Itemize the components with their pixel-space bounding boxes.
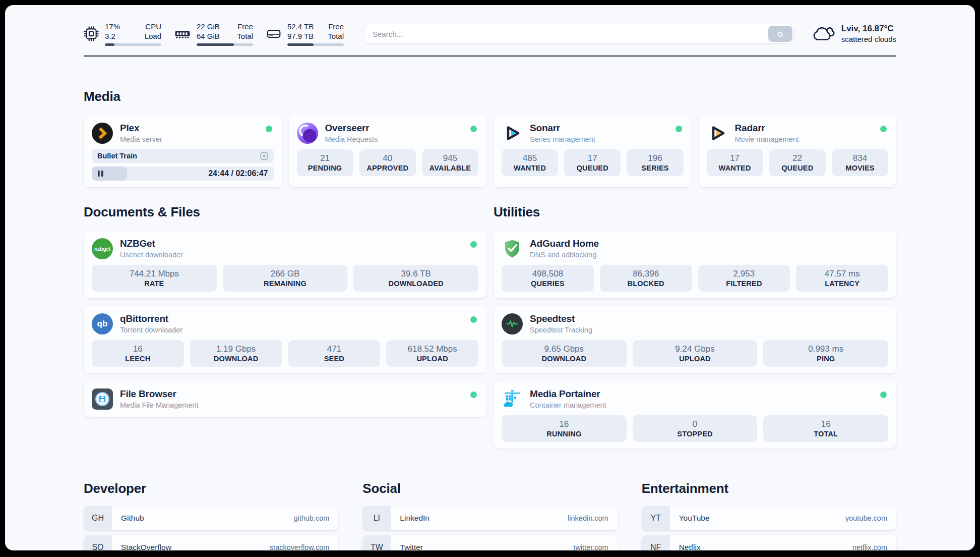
bookmark-url: netflix.com bbox=[852, 543, 896, 550]
app-desc: Torrent downloader bbox=[120, 325, 182, 335]
weather-condition: scattered clouds bbox=[841, 34, 896, 44]
stat-box: 86,396BLOCKED bbox=[600, 265, 692, 292]
ram-free-label: Free bbox=[237, 22, 253, 31]
app-desc: Series management bbox=[530, 135, 595, 144]
bookmark-label: LinkedIn bbox=[400, 514, 430, 523]
stat-value: 16 bbox=[94, 344, 182, 354]
stat-label: WANTED bbox=[709, 163, 761, 173]
app-card-portainer[interactable]: Media Portainer Container management 16R… bbox=[494, 381, 896, 449]
stat-value: 744.21 Mbps bbox=[94, 268, 215, 279]
stat-label: RUNNING bbox=[504, 429, 625, 439]
pause-button[interactable] bbox=[97, 170, 104, 177]
stat-label: LATENCY bbox=[798, 279, 886, 289]
stat-box: 22QUEUED bbox=[769, 149, 826, 176]
seek-bar[interactable]: 24:44 / 02:06:47 bbox=[92, 166, 274, 181]
section-title-developer: Developer bbox=[84, 481, 338, 496]
disk-total-label: Total bbox=[328, 31, 344, 41]
bookmark-row-linkedin[interactable]: LI LinkedIn linkedin.com bbox=[362, 506, 617, 530]
stat-box: 834MOVIES bbox=[832, 149, 888, 176]
bookmark-row-twitter[interactable]: TW Twitter twitter.com bbox=[362, 535, 617, 550]
section-title-social: Social bbox=[362, 481, 617, 496]
header-bar: 17%CPU 3.2Load bbox=[84, 5, 896, 46]
stat-label: QUEUED bbox=[566, 163, 619, 173]
weather-widget: Lviv, 16.87°C scattered clouds bbox=[812, 23, 896, 44]
stat-box: 39.6 TBDOWNLOADED bbox=[353, 265, 478, 292]
stat-label: UPLOAD bbox=[635, 354, 756, 364]
stat-value: 0 bbox=[635, 419, 756, 429]
app-card-adguard[interactable]: AdGuard Home DNS and adblocking 498,508Q… bbox=[494, 231, 896, 298]
stat-label: QUEUED bbox=[771, 163, 824, 173]
dashboard-page: 17%CPU 3.2Load bbox=[5, 5, 975, 550]
bookmark-url: youtube.com bbox=[845, 514, 896, 522]
stat-value: 471 bbox=[290, 344, 379, 354]
stat-box: 945AVAILABLE bbox=[422, 149, 478, 176]
app-card-speedtest[interactable]: Speedtest Speedtest Tracking 9.65 GbpsDO… bbox=[494, 306, 896, 373]
bookmark-row-youtube[interactable]: YT YouTube youtube.com bbox=[642, 506, 896, 530]
stop-button[interactable] bbox=[259, 151, 269, 161]
app-name: Sonarr bbox=[530, 122, 595, 134]
stat-value: 9.24 Gbps bbox=[635, 344, 756, 354]
search-provider-button[interactable]: G bbox=[768, 26, 792, 42]
adguard-icon bbox=[502, 238, 523, 259]
bookmark-abbr: GH bbox=[84, 506, 112, 530]
bookmark-abbr: LI bbox=[362, 506, 391, 530]
app-name: Media Portainer bbox=[530, 388, 606, 400]
stat-label: DOWNLOAD bbox=[504, 354, 625, 364]
app-desc: DNS and adblocking bbox=[530, 250, 599, 260]
disk-icon bbox=[266, 26, 281, 41]
now-playing-row: Bullet Train bbox=[92, 149, 274, 163]
ram-total-value: 64 GiB bbox=[197, 31, 220, 41]
stat-label: WANTED bbox=[504, 163, 556, 173]
stat-box: 40APPROVED bbox=[359, 149, 416, 176]
stat-label: SEED bbox=[290, 354, 379, 364]
app-card-nzbget[interactable]: nzbget NZBGet Usenet downloader 744.21 M… bbox=[84, 231, 486, 298]
stat-box: 16TOTAL bbox=[763, 415, 888, 442]
bookmark-label: Twitter bbox=[400, 543, 423, 550]
stat-box: 0STOPPED bbox=[633, 415, 758, 442]
qbittorrent-icon: qb bbox=[92, 313, 113, 335]
online-status-dot bbox=[880, 126, 887, 132]
stat-box: 9.65 GbpsDOWNLOAD bbox=[502, 340, 627, 367]
stat-box: 21PENDING bbox=[297, 149, 353, 176]
bookmark-row-stackoverflow[interactable]: SO StackOverflow stackoverflow.com bbox=[84, 535, 338, 550]
app-card-radarr[interactable]: Radarr Movie management 17WANTED 22QUEUE… bbox=[699, 115, 897, 187]
online-status-dot bbox=[880, 392, 887, 398]
section-title-utilities: Utilities bbox=[494, 204, 896, 220]
stat-value: 618.52 Mbps bbox=[388, 344, 476, 354]
stat-value: 21 bbox=[299, 153, 351, 163]
stat-value: 17 bbox=[709, 153, 761, 163]
stat-value: 498,508 bbox=[504, 268, 592, 279]
stat-label: LEECH bbox=[94, 354, 182, 364]
stat-label: RATE bbox=[94, 279, 215, 289]
app-desc: Media Requests bbox=[325, 135, 378, 144]
stat-box: 196SERIES bbox=[627, 149, 683, 176]
app-card-plex[interactable]: Plex Media server Bullet Train bbox=[84, 115, 282, 187]
bookmark-row-github[interactable]: GH Github github.com bbox=[84, 506, 338, 530]
ram-progress-fill bbox=[197, 43, 234, 46]
disk-progress-bar bbox=[287, 43, 344, 46]
bookmark-label: Netflix bbox=[679, 543, 701, 550]
disk-total-value: 97.9 TB bbox=[287, 31, 314, 41]
app-desc: Movie management bbox=[735, 135, 799, 144]
stat-value: 17 bbox=[566, 153, 619, 163]
app-card-sonarr[interactable]: Sonarr Series management 485WANTED 17QUE… bbox=[494, 115, 692, 187]
cpu-progress-fill bbox=[105, 43, 114, 46]
stat-label: REMAINING bbox=[225, 279, 346, 289]
cpu-load-value: 3.2 bbox=[105, 31, 115, 41]
search-input[interactable] bbox=[364, 24, 794, 44]
app-card-overseerr[interactable]: Overseerr Media Requests 21PENDING 40APP… bbox=[289, 115, 487, 187]
bookmark-label: Github bbox=[121, 514, 144, 523]
app-card-qbittorrent[interactable]: qb qBittorrent Torrent downloader 16LEEC… bbox=[84, 306, 486, 373]
online-status-dot bbox=[266, 126, 272, 132]
stat-label: FILTERED bbox=[700, 279, 788, 289]
ram-stat: 22 GiBFree 64 GiBTotal bbox=[174, 22, 253, 46]
bookmark-row-netflix[interactable]: NF Netflix netflix.com bbox=[642, 535, 896, 550]
stat-label: AVAILABLE bbox=[424, 163, 476, 173]
stat-value: 485 bbox=[504, 153, 556, 163]
app-card-filebrowser[interactable]: File Browser Media File Management bbox=[84, 381, 486, 417]
bookmark-abbr: YT bbox=[642, 506, 670, 530]
stat-box: 2,953FILTERED bbox=[698, 265, 790, 292]
online-status-dot bbox=[470, 241, 477, 248]
filebrowser-icon bbox=[92, 388, 113, 410]
speedtest-icon bbox=[502, 313, 523, 335]
